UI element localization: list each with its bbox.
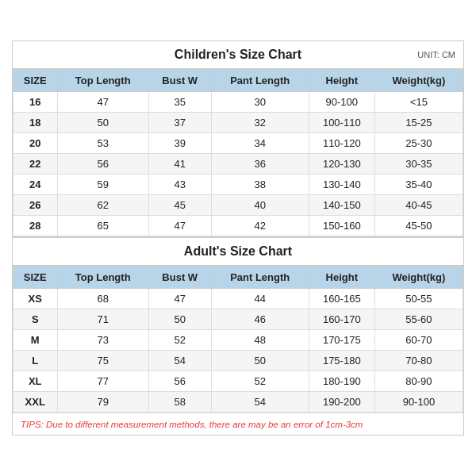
table-cell: 55-60 bbox=[374, 309, 463, 330]
table-cell: 42 bbox=[211, 216, 309, 236]
col-weight: Weight(kg) bbox=[374, 267, 463, 289]
table-cell: 30 bbox=[211, 92, 309, 113]
table-cell: 28 bbox=[13, 216, 58, 236]
adult-chart-title: Adult's Size Chart bbox=[184, 244, 292, 259]
col-weight: Weight(kg) bbox=[374, 70, 463, 92]
table-row: 18503732100-11015-25 bbox=[13, 113, 463, 133]
table-cell: 150-160 bbox=[309, 216, 374, 236]
table-row: 24594338130-14035-40 bbox=[13, 175, 463, 195]
table-cell: 16 bbox=[13, 92, 58, 113]
table-cell: 70-80 bbox=[374, 351, 463, 371]
table-cell: 58 bbox=[148, 392, 211, 413]
unit-label: UNIT: CM bbox=[417, 50, 455, 60]
table-cell: 30-35 bbox=[374, 154, 463, 175]
table-row: 28654742150-16045-50 bbox=[13, 216, 463, 236]
table-row: S715046160-17055-60 bbox=[13, 309, 463, 330]
table-cell: 52 bbox=[211, 371, 309, 392]
table-cell: 47 bbox=[148, 216, 211, 236]
table-cell: 160-170 bbox=[309, 309, 374, 330]
col-height: Height bbox=[309, 70, 374, 92]
table-row: XXL795854190-20090-100 bbox=[13, 392, 463, 413]
table-cell: 25-30 bbox=[374, 133, 463, 154]
col-size: SIZE bbox=[13, 267, 58, 289]
table-cell: 22 bbox=[13, 154, 58, 175]
table-cell: 65 bbox=[57, 216, 148, 236]
table-cell: 47 bbox=[148, 289, 211, 309]
table-cell: 140-150 bbox=[309, 195, 374, 216]
table-cell: XS bbox=[13, 289, 58, 309]
size-chart-container: Children's Size Chart UNIT: CM SIZE Top … bbox=[12, 40, 464, 436]
table-cell: 71 bbox=[57, 309, 148, 330]
table-row: L755450175-18070-80 bbox=[13, 351, 463, 371]
table-cell: 100-110 bbox=[309, 113, 374, 133]
col-pant-length: Pant Length bbox=[211, 70, 309, 92]
table-cell: 45 bbox=[148, 195, 211, 216]
table-cell: 90-100 bbox=[309, 92, 374, 113]
table-cell: 32 bbox=[211, 113, 309, 133]
table-cell: 50 bbox=[148, 309, 211, 330]
table-cell: 47 bbox=[57, 92, 148, 113]
table-cell: 80-90 bbox=[374, 371, 463, 392]
tips-row: TIPS: Due to different measurement metho… bbox=[13, 413, 463, 435]
tips-text: TIPS: Due to different measurement metho… bbox=[21, 420, 363, 429]
table-cell: 120-130 bbox=[309, 154, 374, 175]
col-top-length: Top Length bbox=[57, 70, 148, 92]
table-cell: 75 bbox=[57, 351, 148, 371]
table-cell: 90-100 bbox=[374, 392, 463, 413]
table-cell: XL bbox=[13, 371, 58, 392]
table-cell: 44 bbox=[211, 289, 309, 309]
table-cell: XXL bbox=[13, 392, 58, 413]
table-cell: 54 bbox=[211, 392, 309, 413]
col-top-length: Top Length bbox=[57, 267, 148, 289]
table-row: M735248170-17560-70 bbox=[13, 330, 463, 351]
table-cell: 73 bbox=[57, 330, 148, 351]
table-cell: 24 bbox=[13, 175, 58, 195]
table-row: XL775652180-19080-90 bbox=[13, 371, 463, 392]
table-cell: 175-180 bbox=[309, 351, 374, 371]
table-cell: 41 bbox=[148, 154, 211, 175]
table-cell: 43 bbox=[148, 175, 211, 195]
col-height: Height bbox=[309, 267, 374, 289]
table-cell: 77 bbox=[57, 371, 148, 392]
table-cell: 54 bbox=[148, 351, 211, 371]
table-cell: 36 bbox=[211, 154, 309, 175]
table-cell: 37 bbox=[148, 113, 211, 133]
table-cell: 53 bbox=[57, 133, 148, 154]
table-cell: L bbox=[13, 351, 58, 371]
table-cell: 59 bbox=[57, 175, 148, 195]
table-cell: 46 bbox=[211, 309, 309, 330]
table-row: 20533934110-12025-30 bbox=[13, 133, 463, 154]
children-title-row: Children's Size Chart UNIT: CM bbox=[13, 41, 463, 69]
table-cell: 48 bbox=[211, 330, 309, 351]
table-row: 1647353090-100<15 bbox=[13, 92, 463, 113]
table-cell: 56 bbox=[57, 154, 148, 175]
table-cell: 60-70 bbox=[374, 330, 463, 351]
table-cell: 180-190 bbox=[309, 371, 374, 392]
table-cell: <15 bbox=[374, 92, 463, 113]
children-chart-title: Children's Size Chart bbox=[175, 48, 301, 62]
table-cell: 62 bbox=[57, 195, 148, 216]
table-cell: 26 bbox=[13, 195, 58, 216]
table-cell: 40 bbox=[211, 195, 309, 216]
children-header-row: SIZE Top Length Bust W Pant Length Heigh… bbox=[13, 70, 463, 92]
table-cell: 79 bbox=[57, 392, 148, 413]
table-cell: 18 bbox=[13, 113, 58, 133]
table-cell: 35-40 bbox=[374, 175, 463, 195]
table-row: 26624540140-15040-45 bbox=[13, 195, 463, 216]
table-cell: 50 bbox=[211, 351, 309, 371]
table-cell: 39 bbox=[148, 133, 211, 154]
table-cell: 15-25 bbox=[374, 113, 463, 133]
table-cell: 38 bbox=[211, 175, 309, 195]
table-cell: S bbox=[13, 309, 58, 330]
table-cell: 56 bbox=[148, 371, 211, 392]
table-cell: 52 bbox=[148, 330, 211, 351]
col-bust-w: Bust W bbox=[148, 267, 211, 289]
table-row: XS684744160-16550-55 bbox=[13, 289, 463, 309]
table-cell: M bbox=[13, 330, 58, 351]
table-cell: 20 bbox=[13, 133, 58, 154]
table-cell: 170-175 bbox=[309, 330, 374, 351]
children-size-table: SIZE Top Length Bust W Pant Length Heigh… bbox=[13, 69, 463, 236]
col-pant-length: Pant Length bbox=[211, 267, 309, 289]
table-cell: 35 bbox=[148, 92, 211, 113]
adult-title-row: Adult's Size Chart bbox=[13, 236, 463, 266]
